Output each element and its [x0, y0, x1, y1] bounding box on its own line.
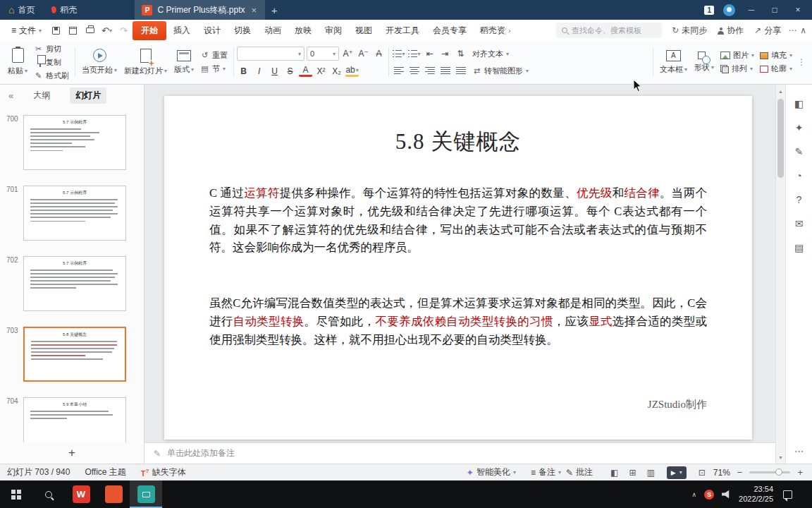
theme-name[interactable]: Office 主题: [85, 466, 125, 478]
italic-button[interactable]: I: [252, 64, 266, 78]
taskbar-app-docer[interactable]: [97, 480, 130, 508]
slide-layout-button[interactable]: 版式▾: [171, 42, 197, 82]
tab-home[interactable]: 开始: [133, 21, 166, 40]
docer-tab[interactable]: 稻壳: [43, 0, 85, 20]
tab-animation[interactable]: 动画: [258, 22, 288, 40]
missing-font-warning[interactable]: T缺失字体: [141, 466, 186, 478]
font-family-select[interactable]: ▾: [237, 47, 304, 61]
collapse-ribbon-icon[interactable]: ∧: [800, 25, 806, 35]
command-search-box[interactable]: [556, 23, 662, 38]
help-icon[interactable]: ?: [796, 195, 802, 205]
superscript-button[interactable]: X²: [314, 64, 328, 78]
scrollbar-thumb[interactable]: [777, 99, 784, 178]
underline-button[interactable]: U: [268, 64, 281, 78]
animation-pane-icon[interactable]: ◔: [796, 171, 801, 181]
feedback-icon[interactable]: ✉: [795, 219, 804, 229]
scroll-down-icon[interactable]: ▼: [776, 452, 785, 462]
bold-button[interactable]: B: [237, 64, 250, 78]
thumbnail-preview[interactable]: 5.9 本章小结: [23, 397, 126, 442]
volume-icon[interactable]: [722, 490, 731, 499]
search-input[interactable]: [572, 26, 649, 35]
bullets-button[interactable]: ▾: [392, 47, 405, 61]
section-button[interactable]: ▤节▾: [197, 63, 230, 75]
upgrade-badge[interactable]: 1: [704, 6, 714, 15]
tab-review[interactable]: 审阅: [319, 22, 348, 40]
clear-format-button[interactable]: A: [372, 47, 386, 61]
slide-canvas-area[interactable]: 5.8 关键概念 C 通过运算符提供多种操作。每个运算符的特性包括运算对象的数量…: [144, 85, 775, 442]
tray-expand-icon[interactable]: ∧: [691, 491, 696, 498]
format-painter-button[interactable]: ✎格式刷: [31, 70, 72, 82]
taskbar-app-presentation-active[interactable]: [130, 480, 162, 508]
slide-title[interactable]: 5.8 关键概念: [164, 96, 752, 157]
zoom-in-button[interactable]: +: [795, 467, 805, 478]
document-tab-close-icon[interactable]: ×: [250, 5, 259, 16]
resources-panel-icon[interactable]: ▤: [794, 243, 804, 253]
minimize-button[interactable]: ─: [744, 5, 758, 15]
play-from-current-button[interactable]: 当页开始▾: [78, 42, 121, 82]
normal-view-button[interactable]: ◧: [608, 468, 621, 478]
new-slide-button[interactable]: 新建幻灯片▾: [121, 42, 171, 82]
tab-slideshow[interactable]: 放映: [288, 22, 318, 40]
scroll-up-icon[interactable]: ▲: [776, 86, 785, 96]
action-center-icon[interactable]: [783, 490, 792, 499]
slide-thumbnail-700[interactable]: 700 5.7 示例程序: [0, 115, 144, 170]
text-box-button[interactable]: A 文本框▾: [656, 42, 691, 82]
picture-button[interactable]: 图片▾: [718, 49, 757, 61]
tab-slides[interactable]: 幻灯片: [70, 87, 106, 104]
tab-devtools[interactable]: 开发工具: [379, 22, 426, 40]
reset-slide-button[interactable]: ↺重置: [197, 49, 230, 61]
smart-beautify-button[interactable]: ✦智能美化▾: [467, 466, 516, 478]
fill-button[interactable]: 填充▾: [757, 49, 795, 61]
notes-button[interactable]: ≡备注▾: [531, 466, 561, 478]
tab-member[interactable]: 会员专享: [426, 22, 473, 40]
new-tab-button[interactable]: +: [265, 0, 283, 20]
slideshow-play-button[interactable]: ▶▾: [667, 466, 687, 479]
canvas-scrollbar[interactable]: ▲ ▼: [775, 85, 785, 464]
slide-703[interactable]: 5.8 关键概念 C 通过运算符提供多种操作。每个运算符的特性包括运算对象的数量…: [164, 96, 752, 440]
taskbar-search-button[interactable]: [32, 480, 65, 508]
export-button[interactable]: [65, 23, 81, 38]
notes-area[interactable]: ✎ 单击此处添加备注: [144, 442, 775, 464]
arrange-button[interactable]: 排列▾: [718, 63, 757, 75]
tab-docer-resources[interactable]: 稻壳资源: [474, 22, 506, 40]
tab-view[interactable]: 视图: [349, 22, 379, 40]
taskbar-app-wps[interactable]: W: [65, 480, 97, 508]
increase-indent-button[interactable]: ⇥: [438, 47, 452, 61]
start-button[interactable]: [0, 480, 32, 508]
redo-button[interactable]: ↷: [116, 23, 132, 38]
object-properties-icon[interactable]: ◧: [794, 99, 804, 109]
outline-button[interactable]: 轮廓▾: [757, 63, 795, 75]
slide-thumbnail-703-selected[interactable]: 703 5.8 关键概念: [0, 327, 144, 382]
document-tab[interactable]: P C Primer Plus终稿.pptx ×: [135, 0, 265, 20]
highlight-color-button[interactable]: ab▾: [345, 66, 359, 77]
decrease-indent-button[interactable]: ⇤: [423, 47, 436, 61]
align-left-button[interactable]: [392, 64, 405, 78]
zoom-percentage[interactable]: 71%: [713, 468, 730, 478]
tab-outline[interactable]: 大纲: [27, 87, 56, 104]
shapes-button[interactable]: 形状▾: [691, 42, 718, 82]
fit-slide-button[interactable]: ⊡: [696, 468, 708, 478]
thumbnail-preview[interactable]: 5.7 示例程序: [23, 256, 126, 311]
more-options-icon[interactable]: ⋯: [788, 25, 796, 35]
share-button[interactable]: ↗分享: [751, 25, 785, 37]
collaborate-button[interactable]: 协作: [714, 25, 747, 37]
slide-paragraph-1[interactable]: C 通过运算符提供多种操作。每个运算符的特性包括运算对象的数量、优先级和结合律。…: [164, 184, 752, 257]
decrease-font-button[interactable]: A⁻: [357, 47, 370, 61]
increase-font-button[interactable]: A⁺: [341, 47, 355, 61]
font-color-button[interactable]: A: [299, 66, 312, 77]
print-button[interactable]: [82, 23, 98, 38]
align-text-button[interactable]: 对齐文本▾: [469, 48, 512, 60]
paste-button[interactable]: 粘贴▾: [4, 42, 31, 82]
line-spacing-button[interactable]: ⇅: [454, 47, 467, 61]
design-tools-icon[interactable]: ✎: [795, 147, 804, 157]
zoom-out-button[interactable]: −: [735, 467, 745, 478]
slide-sorter-view-button[interactable]: ⊞: [626, 468, 639, 478]
add-slide-button[interactable]: +: [0, 442, 144, 464]
tabs-overflow-chevron-icon[interactable]: ›: [507, 26, 512, 35]
subscript-button[interactable]: X₂: [330, 64, 343, 78]
tray-app-icon[interactable]: S: [704, 490, 714, 500]
zoom-slider[interactable]: [749, 471, 790, 473]
home-tab[interactable]: ⌂ 首页: [0, 0, 43, 20]
thumbnail-preview[interactable]: 5.8 关键概念: [23, 327, 126, 382]
align-center-button[interactable]: [407, 64, 421, 78]
